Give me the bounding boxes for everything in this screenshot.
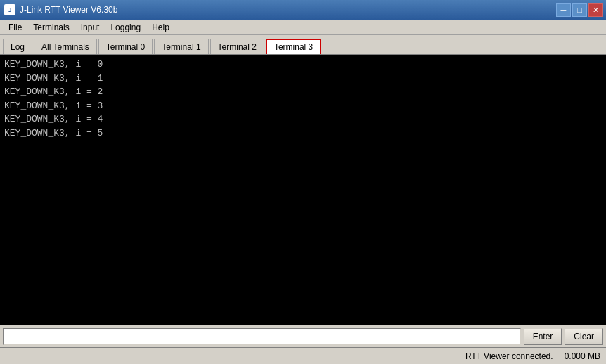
minimize-button[interactable]: ─ — [556, 3, 571, 17]
terminal-line: KEY_DOWN_K3, i = 3 — [4, 99, 602, 113]
status-memory: 0.000 MB — [565, 351, 600, 361]
app-icon: J — [4, 4, 15, 15]
terminal-line: KEY_DOWN_K3, i = 1 — [4, 72, 602, 86]
status-bar: RTT Viewer connected. 0.000 MB — [0, 347, 606, 364]
menu-terminals[interactable]: Terminals — [27, 21, 75, 34]
menu-file[interactable]: File — [3, 21, 27, 34]
menu-logging[interactable]: Logging — [105, 21, 146, 34]
menu-bar: File Terminals Input Logging Help — [0, 20, 606, 35]
terminal-line: KEY_DOWN_K3, i = 4 — [4, 112, 602, 126]
input-area: Enter Clear — [0, 325, 606, 347]
title-bar-left: J J-Link RTT Viewer V6.30b — [4, 4, 117, 15]
tab-terminal-2[interactable]: Terminal 2 — [210, 39, 264, 54]
title-bar-controls: ─ □ ✕ — [556, 3, 603, 17]
close-button[interactable]: ✕ — [588, 3, 603, 17]
clear-button[interactable]: Clear — [565, 328, 603, 345]
main-container: Log All Terminals Terminal 0 Terminal 1 … — [0, 35, 606, 364]
menu-input[interactable]: Input — [75, 21, 105, 34]
tab-terminal-3[interactable]: Terminal 3 — [266, 39, 321, 54]
title-bar-title: J-Link RTT Viewer V6.30b — [20, 5, 117, 15]
terminal-line: KEY_DOWN_K3, i = 5 — [4, 126, 602, 141]
tab-log[interactable]: Log — [3, 39, 32, 54]
enter-button[interactable]: Enter — [524, 328, 562, 345]
tab-bar: Log All Terminals Terminal 0 Terminal 1 … — [0, 35, 606, 55]
maximize-button[interactable]: □ — [572, 3, 587, 17]
status-connected: RTT Viewer connected. — [465, 351, 553, 361]
terminal-output: KEY_DOWN_K3, i = 0KEY_DOWN_K3, i = 1KEY_… — [0, 55, 606, 325]
tab-all-terminals[interactable]: All Terminals — [34, 39, 97, 54]
tab-terminal-0[interactable]: Terminal 0 — [98, 39, 153, 54]
menu-help[interactable]: Help — [146, 21, 175, 34]
tab-terminal-1[interactable]: Terminal 1 — [154, 39, 208, 54]
input-field[interactable] — [3, 328, 521, 345]
terminal-line: KEY_DOWN_K3, i = 2 — [4, 85, 602, 99]
title-bar: J J-Link RTT Viewer V6.30b ─ □ ✕ — [0, 0, 606, 20]
terminal-line: KEY_DOWN_K3, i = 0 — [4, 58, 602, 72]
